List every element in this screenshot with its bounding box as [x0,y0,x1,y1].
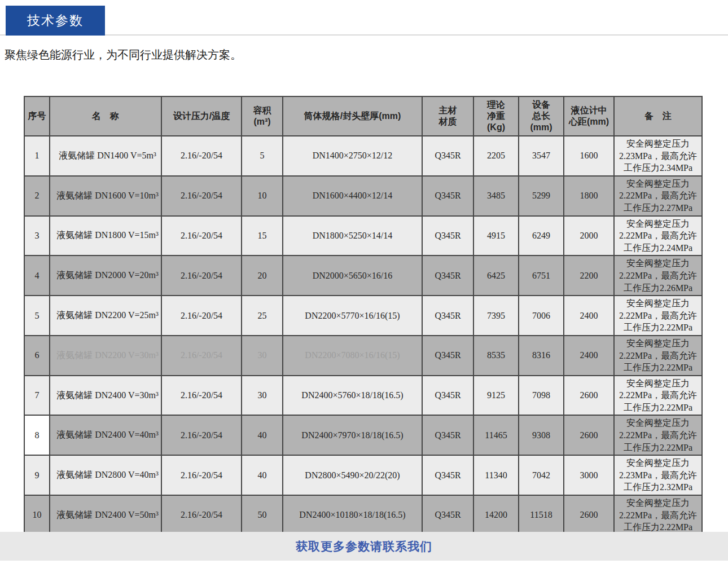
cell-gauge: 2000 [564,216,614,256]
cell-length: 6249 [519,216,564,256]
table-row: 10 液氨储罐 DN2400 V=50m³ 2.16/-20/54 50 DN2… [24,495,702,535]
table-row: 8 液氨储罐 DN2400 V=40m³ 2.16/-20/54 40 DN24… [24,415,702,455]
cell-length: 7098 [519,376,564,416]
cell-weight: 8535 [473,336,519,376]
cell-remark: 安全阀整定压力 2.22MPa，最高允许 工作压力2.27MPa [614,176,702,216]
cell-pressure: 2.16/-20/54 [161,176,242,216]
cell-pressure: 2.16/-20/54 [161,255,242,296]
cell-pressure: 2.16/-20/54 [161,336,242,376]
cell-remark: 安全阀整定压力 2.22MPa，最高允许 工作压力2.22MPa [614,336,702,376]
cell-volume: 5 [242,136,283,176]
col-header-gauge: 液位计中 心距(mm) [564,96,614,136]
col-header-length: 设备 总长 (mm) [519,96,564,136]
cell-volume: 10 [242,176,283,216]
col-header-weight: 理论 净重 (Kg) [473,96,519,136]
cell-volume: 40 [242,415,283,455]
cell-pressure: 2.16/-20/54 [161,136,242,176]
cell-weight: 4915 [473,216,519,256]
cell-pressure: 2.16/-20/54 [161,455,242,495]
cell-name: 液氨储罐 DN2200 V=25m³ [50,296,161,336]
cell-weight: 14200 [473,495,519,535]
cell-gauge: 2200 [564,255,614,296]
cell-gauge: 1600 [564,136,614,176]
cell-remark: 安全阀整定压力 2.22MPa，最高允许 工作压力2.26MPa [614,255,702,296]
table-row: 6 液氨储罐 DN2200 V=30m³ 2.16/-20/54 30 DN22… [24,336,702,376]
title-underline [0,34,728,36]
cell-material: Q345R [422,296,473,336]
cell-volume: 50 [242,495,283,535]
cell-material: Q345R [422,495,473,535]
cell-remark: 安全阀整定压力 2.22MPa，最高允许 工作压力2.22MPa [614,376,702,416]
table-row: 1 液氨储罐 DN1400 V=5m³ 2.16/-20/54 5 DN1400… [24,136,702,176]
page-subtitle: 聚焦绿色能源行业，为不同行业提供解决方案。 [5,47,242,63]
cell-no: 6 [24,336,50,376]
cell-spec: DN2000×5650×16/16 [283,255,422,296]
footer-band: 获取更多参数请联系我们 [0,532,728,561]
cell-pressure: 2.16/-20/54 [161,296,242,336]
col-header-volume: 容积 (m³) [242,96,283,136]
cell-remark: 安全阀整定压力 2.22MPa，最高允许 工作压力2.22MPa [614,415,702,455]
table-header-row: 序号 名 称 设计压力/温度 容积 (m³) 筒体规格/封头壁厚(mm) 主材 … [24,96,702,136]
cell-no: 7 [24,376,50,416]
cell-weight: 3485 [473,176,519,216]
cell-length: 7006 [519,296,564,336]
cell-gauge: 2600 [564,415,614,455]
cell-pressure: 2.16/-20/54 [161,415,242,455]
cell-weight: 9125 [473,376,519,416]
cell-name: 液氨储罐 DN2400 V=40m³ [50,415,161,455]
cell-gauge: 2600 [564,495,614,535]
cell-name: 液氨储罐 DN2000 V=20m³ [50,255,161,296]
cell-length: 8316 [519,336,564,376]
cell-length: 7042 [519,455,564,495]
table-row: 4 液氨储罐 DN2000 V=20m³ 2.16/-20/54 20 DN20… [24,255,702,296]
cell-length: 3547 [519,136,564,176]
cell-length: 5299 [519,176,564,216]
cell-weight: 6425 [473,255,519,296]
cell-name: 液氨储罐 DN2400 V=30m³ [50,376,161,416]
cell-name: 液氨储罐 DN2400 V=50m³ [50,495,161,535]
cell-material: Q345R [422,415,473,455]
cell-material: Q345R [422,376,473,416]
cell-name: 液氨储罐 DN1400 V=5m³ [50,136,161,176]
cell-no: 1 [24,136,50,176]
cell-gauge: 2400 [564,336,614,376]
cell-volume: 30 [242,376,283,416]
cell-pressure: 2.16/-20/54 [161,376,242,416]
cell-remark: 安全阀整定压力 2.22MPa，最高允许 工作压力2.24MPa [614,216,702,256]
cell-spec: DN1400×2750×12/12 [283,136,422,176]
cell-material: Q345R [422,136,473,176]
cell-name: 液氨储罐 DN2200 V=30m³ [50,336,161,376]
cell-volume: 40 [242,455,283,495]
cell-material: Q345R [422,336,473,376]
cell-no: 8 [24,415,50,455]
table-row: 5 液氨储罐 DN2200 V=25m³ 2.16/-20/54 25 DN22… [24,296,702,336]
cell-no: 3 [24,216,50,256]
cell-name: 液氨储罐 DN1800 V=15m³ [50,216,161,256]
col-header-name: 名 称 [50,96,161,136]
cell-pressure: 2.16/-20/54 [161,216,242,256]
spec-table: 序号 名 称 设计压力/温度 容积 (m³) 筒体规格/封头壁厚(mm) 主材 … [24,96,703,536]
cell-material: Q345R [422,455,473,495]
cell-weight: 7395 [473,296,519,336]
table-row: 2 液氨储罐 DN1600 V=10m³ 2.16/-20/54 10 DN16… [24,176,702,216]
cell-gauge: 1800 [564,176,614,216]
page: 技术参数 聚焦绿色能源行业，为不同行业提供解决方案。 序号 名 称 设计压力/温… [0,0,728,586]
cell-no: 9 [24,455,50,495]
cell-remark: 安全阀整定压力 2.22MPa，最高允许 工作压力2.22MPa [614,296,702,336]
cell-volume: 30 [242,336,283,376]
table-row: 7 液氨储罐 DN2400 V=30m³ 2.16/-20/54 30 DN24… [24,376,702,416]
cell-gauge: 3000 [564,455,614,495]
cell-weight: 11465 [473,415,519,455]
contact-us-link[interactable]: 获取更多参数请联系我们 [296,539,432,554]
cell-weight: 2205 [473,136,519,176]
cell-spec: DN1600×4400×12/14 [283,176,422,216]
cell-remark: 安全阀整定压力 2.23MPa，最高允许 工作压力2.32MPa [614,455,702,495]
cell-spec: DN1800×5250×14/14 [283,216,422,256]
cell-length: 11518 [519,495,564,535]
section-title: 技术参数 [27,12,84,29]
cell-volume: 15 [242,216,283,256]
cell-remark: 安全阀整定压力 2.23MPa，最高允许 工作压力2.34MPa [614,136,702,176]
col-header-no: 序号 [24,96,50,136]
cell-weight: 11340 [473,455,519,495]
cell-length: 6751 [519,255,564,296]
